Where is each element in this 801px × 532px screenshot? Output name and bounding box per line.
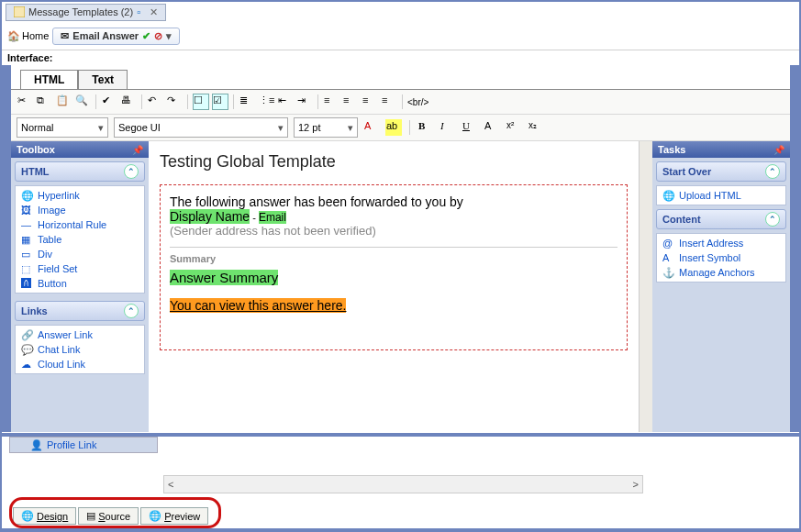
vertical-scrollbar[interactable] xyxy=(639,141,652,432)
document-tab[interactable]: Message Templates (2) ▫ ✕ xyxy=(6,4,166,21)
superscript-icon[interactable]: x² xyxy=(506,119,522,136)
button-icon: 🅰 xyxy=(21,278,34,289)
group-content-header[interactable]: Content⌃ xyxy=(656,209,786,229)
item-cloud-link[interactable]: ☁Cloud Link xyxy=(17,357,142,371)
item-image[interactable]: 🖼Image xyxy=(17,203,142,217)
font-value: Segoe UI xyxy=(118,122,161,133)
list-num-icon[interactable]: ≣ xyxy=(239,94,255,110)
group-links-header[interactable]: Links⌃ xyxy=(15,301,145,321)
tab-html[interactable]: HTML xyxy=(20,70,78,89)
align-justify-icon[interactable]: ≡ xyxy=(381,94,397,110)
separator xyxy=(187,94,188,109)
item-table[interactable]: ▦Table xyxy=(17,232,142,247)
style-select[interactable]: Normal▾ xyxy=(17,117,108,138)
pin-icon[interactable]: 📌 xyxy=(132,145,143,155)
collapse-icon[interactable]: ⌃ xyxy=(124,164,139,179)
home-button[interactable]: 🏠 Home xyxy=(7,30,49,42)
style-value: Normal xyxy=(21,122,53,133)
highlight-icon[interactable]: ab xyxy=(385,119,402,136)
font-color-icon[interactable]: A xyxy=(363,119,380,136)
print-icon[interactable]: 🖶 xyxy=(120,94,137,110)
paste-icon[interactable]: 📋 xyxy=(55,94,72,110)
link-icon: 🔗 xyxy=(21,329,34,340)
item-hyperlink[interactable]: 🌐Hyperlink xyxy=(17,188,142,203)
item-manage-anchors[interactable]: ⚓Manage Anchors xyxy=(659,265,784,280)
tab-text[interactable]: Text xyxy=(78,70,128,89)
item-insert-address[interactable]: @Insert Address xyxy=(659,236,784,250)
var-email[interactable]: Email xyxy=(259,211,286,224)
item-chat-link[interactable]: 💬Chat Link xyxy=(17,342,142,357)
doc-heading: Testing Global Template xyxy=(160,152,628,172)
subscript-icon[interactable]: x₂ xyxy=(528,119,544,136)
outdent-icon[interactable]: ⇤ xyxy=(277,94,294,110)
email-answer-button[interactable]: ✉ Email Answer ✔ ⊘ ▾ xyxy=(52,28,180,45)
view-design-tab[interactable]: 🌐Design xyxy=(13,507,76,525)
source-icon: ▤ xyxy=(86,510,95,522)
spellcheck-icon[interactable]: ✔ xyxy=(101,94,117,110)
content-region[interactable]: The following answer has been forwarded … xyxy=(160,184,628,350)
fieldset-icon: ⬚ xyxy=(21,263,34,274)
item-div[interactable]: ▭Div xyxy=(17,247,142,261)
collapse-icon[interactable]: ⌃ xyxy=(765,164,780,179)
item-profile-link[interactable]: 👤Profile Link xyxy=(10,438,157,452)
group-startover-header[interactable]: Start Over⌃ xyxy=(656,161,786,182)
item-insert-symbol[interactable]: AInsert Symbol xyxy=(659,250,784,265)
toggle2-icon[interactable]: ☑ xyxy=(212,94,228,110)
scroll-left-icon[interactable]: < xyxy=(168,479,173,490)
summary-header: Summary xyxy=(170,247,617,264)
view-preview-tab[interactable]: 🌐Preview xyxy=(140,507,208,525)
bold-icon[interactable]: B xyxy=(417,119,434,136)
div-icon: ▭ xyxy=(21,249,34,260)
scroll-right-icon[interactable]: > xyxy=(633,479,639,490)
br-button[interactable]: <br/> xyxy=(407,97,428,107)
interface-label: Interface: xyxy=(2,50,799,65)
view-answer-link[interactable]: You can view this answer here. xyxy=(170,298,346,313)
italic-icon[interactable]: I xyxy=(439,119,456,136)
item-button[interactable]: 🅰Button xyxy=(17,276,142,291)
copy-icon[interactable]: ⧉ xyxy=(36,94,52,110)
font-face-icon[interactable]: A xyxy=(484,119,500,136)
list-bullet-icon[interactable]: ⋮≡ xyxy=(258,94,274,110)
dropdown-icon[interactable]: ▾ xyxy=(166,30,172,42)
cut-icon[interactable]: ✂ xyxy=(17,94,33,110)
item-fieldset[interactable]: ⬚Field Set xyxy=(17,261,142,276)
var-display-name[interactable]: Display Name xyxy=(170,209,250,224)
tasks-header: Tasks📌 xyxy=(652,141,790,158)
undo-icon[interactable]: ↶ xyxy=(147,94,163,110)
horizontal-scrollbar[interactable]: < > xyxy=(163,475,643,493)
sender-note: (Sender address has not been verified) xyxy=(170,224,617,238)
cancel-icon: ⊘ xyxy=(154,30,162,42)
align-right-icon[interactable]: ≡ xyxy=(362,94,378,110)
item-hr[interactable]: —Horizontal Rule xyxy=(17,217,142,232)
pin-icon[interactable]: 📌 xyxy=(773,145,784,155)
collapse-icon[interactable]: ⌃ xyxy=(124,304,139,318)
restore-icon[interactable]: ▫ xyxy=(137,6,140,17)
separator xyxy=(141,94,142,109)
chevron-down-icon: ▾ xyxy=(98,122,104,134)
globe-icon: 🌐 xyxy=(21,190,34,201)
find-icon[interactable]: 🔍 xyxy=(74,94,91,110)
group-html-header[interactable]: HTML⌃ xyxy=(15,161,145,182)
size-select[interactable]: 12 pt▾ xyxy=(294,117,358,138)
align-left-icon[interactable]: ≡ xyxy=(323,94,339,110)
toolbox-header: Toolbox📌 xyxy=(11,141,149,158)
toggle1-icon[interactable]: ☐ xyxy=(193,94,209,110)
chevron-down-icon: ▾ xyxy=(278,122,284,134)
close-icon[interactable]: ✕ xyxy=(150,6,158,18)
view-source-tab[interactable]: ▤Source xyxy=(78,507,139,525)
collapse-icon[interactable]: ⌃ xyxy=(765,212,780,227)
editor-canvas[interactable]: Testing Global Template The following an… xyxy=(149,141,639,432)
item-upload-html[interactable]: 🌐Upload HTML xyxy=(659,188,784,203)
indent-icon[interactable]: ⇥ xyxy=(296,94,313,110)
home-icon: 🏠 xyxy=(7,30,20,42)
font-select[interactable]: Segoe UI▾ xyxy=(114,117,288,138)
var-answer-summary[interactable]: Answer Summary xyxy=(170,270,278,285)
address-icon: @ xyxy=(662,238,675,249)
item-answer-link[interactable]: 🔗Answer Link xyxy=(17,327,142,342)
group-content-body: @Insert Address AInsert Symbol ⚓Manage A… xyxy=(656,233,786,283)
align-center-icon[interactable]: ≡ xyxy=(342,94,359,110)
redo-icon[interactable]: ↷ xyxy=(166,94,183,110)
tasks-title: Tasks xyxy=(658,144,685,155)
separator xyxy=(317,94,318,109)
underline-icon[interactable]: U xyxy=(462,119,478,136)
